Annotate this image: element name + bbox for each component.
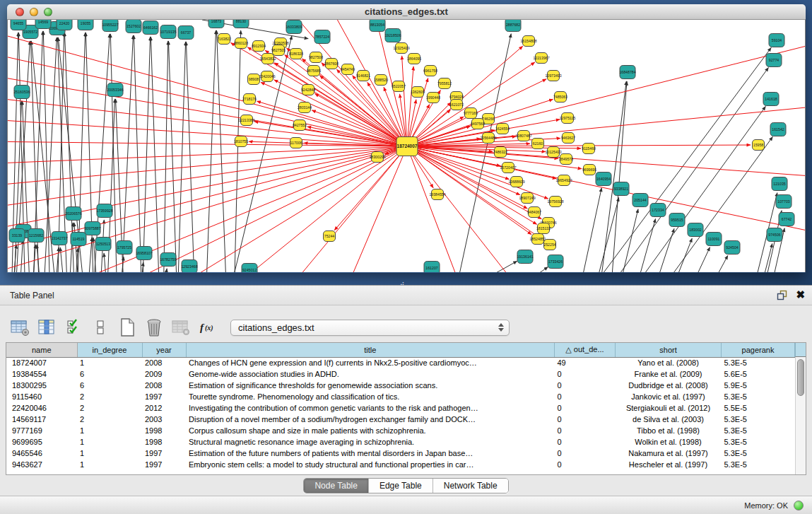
graph-node[interactable]: 1810755 — [234, 136, 248, 147]
scrollbar-thumb[interactable] — [797, 359, 804, 396]
graph-node[interactable]: 161207 — [424, 262, 440, 273]
graph-node[interactable]: 6961758 — [423, 66, 437, 76]
graph-node[interactable]: 19654923 — [555, 175, 572, 186]
select-column-button[interactable] — [35, 316, 58, 339]
tab-edge-table[interactable]: Edge Table — [369, 479, 433, 493]
graph-node[interactable]: 59104 — [769, 34, 784, 47]
graph-node[interactable]: 16543812 — [259, 54, 276, 64]
graph-node[interactable]: 2867608 — [324, 59, 339, 69]
graph-node[interactable]: 9827508 — [309, 52, 323, 63]
graph-node[interactable]: 12975115 — [560, 113, 576, 124]
table-row[interactable]: 2242004622012Investigating the contribut… — [6, 402, 795, 414]
graph-node[interactable]: 172334 — [650, 204, 666, 217]
close-panel-button[interactable]: ✖ — [796, 288, 805, 301]
create-new-column-button[interactable] — [116, 316, 139, 339]
graph-node[interactable]: 7485063 — [553, 92, 567, 103]
graph-node[interactable]: 1640954 — [596, 173, 611, 186]
graph-node[interactable]: 1527602 — [126, 20, 141, 33]
graph-node[interactable]: 9484067 — [527, 207, 541, 218]
graph-node[interactable]: 92774 — [766, 54, 782, 67]
network-canvas[interactable]: 1905572206914061095522715276026466162107… — [7, 20, 806, 272]
column-header-in_degree[interactable]: in_degree — [77, 343, 142, 357]
graph-node[interactable]: 8186328 — [289, 49, 303, 59]
graph-node[interactable]: 18724007 — [396, 137, 418, 156]
graph-node[interactable]: 17359928 — [96, 204, 112, 218]
column-header-out_de[interactable]: △ out_de... — [555, 343, 616, 357]
tab-node-table[interactable]: Node Table — [304, 479, 369, 493]
graph-node[interactable]: 18907249 — [519, 193, 535, 204]
graph-node[interactable]: 1215682 — [28, 229, 44, 243]
network-window-titlebar[interactable]: citations_edges.txt — [7, 4, 806, 20]
column-header-short[interactable]: short — [616, 343, 722, 357]
graph-node[interactable]: 10688609 — [508, 177, 524, 187]
graph-node[interactable]: 107703 — [776, 195, 792, 209]
graph-node[interactable]: 6497568 — [471, 119, 485, 129]
table-row[interactable]: 946554611997Estimation of the future num… — [6, 448, 795, 459]
graph-node[interactable]: 9245012 — [242, 264, 257, 273]
graph-node[interactable]: 75244 — [324, 231, 336, 242]
graph-node[interactable]: 1795725 — [117, 241, 132, 255]
graph-node[interactable]: 19136141 — [517, 250, 533, 264]
delete-column-button[interactable] — [143, 316, 165, 339]
table-row[interactable]: 1830029562008Estimation of significance … — [6, 380, 795, 391]
graph-node[interactable]: 1733426 — [548, 255, 563, 269]
graph-node[interactable]: 9146821 — [356, 71, 370, 81]
graph-node[interactable]: 9115460 — [582, 144, 596, 154]
row-height-options-button[interactable] — [89, 316, 112, 339]
graph-node[interactable]: 15958 — [753, 140, 765, 151]
graph-node[interactable]: 2803144 — [298, 103, 312, 113]
graph-node[interactable]: 20564486 — [480, 133, 496, 144]
graph-node[interactable]: 9463627 — [561, 133, 575, 144]
splitter-grip[interactable]: ⣠ — [400, 279, 410, 284]
citation-network-graph[interactable]: 1905572206914061095522715276026466162107… — [8, 20, 806, 272]
graph-node[interactable]: 183002 — [688, 223, 703, 237]
graph-node[interactable]: 1624554 — [495, 124, 510, 134]
graph-node[interactable]: 6466162 — [143, 21, 158, 35]
graph-node[interactable]: 2887682 — [505, 20, 521, 32]
graph-node[interactable]: 924504 — [724, 241, 740, 255]
table-row[interactable]: 1872400712008Changes of HCN gene express… — [6, 357, 795, 368]
graph-node[interactable]: 10807487 — [515, 131, 531, 141]
tab-network-table[interactable]: Network Table — [433, 479, 508, 493]
graph-node[interactable]: 98908 — [248, 74, 260, 85]
graph-node[interactable]: 959515 — [669, 214, 685, 227]
show-selected-columns-button[interactable] — [62, 316, 85, 339]
graph-node[interactable]: 22420 — [57, 20, 72, 30]
graph-node[interactable]: 16782759 — [160, 253, 176, 267]
table-row[interactable]: 946362711997Embryonic stem cells: a mode… — [6, 459, 795, 470]
graph-node[interactable]: 110091 — [706, 233, 722, 246]
graph-node[interactable]: 2849578 — [559, 154, 573, 165]
graph-node[interactable]: 9242848 — [301, 85, 315, 95]
graph-node[interactable]: 1588520 — [374, 75, 388, 86]
graph-node[interactable]: 9827505 — [271, 45, 286, 56]
column-header-title[interactable]: title — [186, 343, 555, 357]
table-row[interactable]: 969969511998Structural magnetic resonanc… — [6, 436, 795, 448]
graph-node[interactable]: 1621072 — [449, 100, 464, 110]
graph-node[interactable]: 12923468 — [181, 260, 197, 273]
graph-node[interactable]: 15720407 — [500, 163, 516, 173]
graph-node[interactable]: 8813054 — [370, 20, 385, 32]
graph-node[interactable]: 14569 — [35, 20, 51, 29]
graph-node[interactable]: 19055 — [78, 20, 93, 30]
table-row[interactable]: 1938455462009Genome-wide association stu… — [6, 368, 795, 380]
delete-table-button[interactable] — [170, 316, 192, 339]
graph-node[interactable]: 33139 — [9, 229, 25, 243]
graph-node[interactable]: 19218506 — [384, 29, 401, 42]
graph-node[interactable]: 1815132 — [536, 223, 551, 234]
graph-node[interactable]: 1250513 — [95, 238, 111, 251]
graph-node[interactable]: 13142737 — [51, 232, 67, 245]
graph-node[interactable]: 10125433 — [545, 147, 561, 158]
graph-node[interactable]: 114519 — [71, 233, 86, 246]
table-row[interactable]: 911546021997Tourette syndrome. Phenomeno… — [6, 391, 795, 402]
graph-node[interactable]: 19756928 — [547, 197, 563, 207]
graph-node[interactable]: 1362609 — [411, 87, 425, 98]
table-row[interactable]: 1456911722003Disruption of a novel membe… — [6, 414, 795, 425]
graph-node[interactable]: 8427552 — [293, 120, 307, 131]
graph-node[interactable]: 9338921 — [613, 182, 629, 196]
graph-node[interactable]: 12213967 — [533, 53, 549, 64]
column-header-name[interactable]: name — [6, 343, 77, 357]
vertical-scrollbar[interactable] — [795, 357, 806, 474]
graph-node[interactable]: 16154808 — [520, 36, 536, 47]
graph-node[interactable]: 252254 — [543, 240, 555, 250]
graph-node[interactable]: 9875685 — [307, 66, 321, 76]
